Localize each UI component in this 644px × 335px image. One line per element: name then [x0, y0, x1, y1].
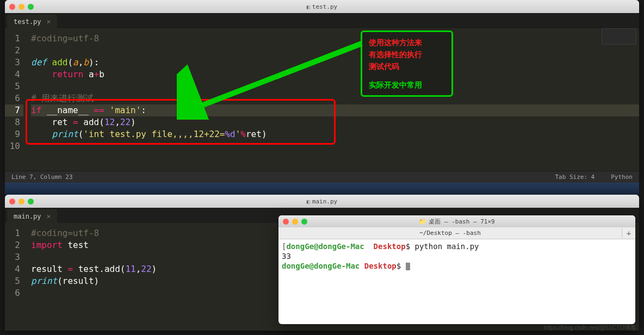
window-title: test.py — [312, 3, 337, 10]
terminal-body[interactable]: [dongGe@dongGe-Mac Desktop$ python main.… — [278, 239, 635, 273]
language-mode[interactable]: Python — [611, 173, 633, 181]
status-bar: Line 7, Column 23 Tab Size: 4 Python — [5, 171, 639, 183]
terminal-tab[interactable]: ~/Desktop — -bash — [278, 228, 622, 238]
terminal-title: 桌面 — -bash — 71×9 — [429, 218, 494, 226]
code-area[interactable]: 12345678910 #coding=utf-8 def add(a,b): … — [5, 28, 639, 171]
desktop-background — [5, 183, 639, 195]
watermark: https://blog.csdn.net/@51CTO博客 — [544, 324, 636, 332]
tab-size[interactable]: Tab Size: 4 — [555, 173, 595, 181]
minimize-icon[interactable] — [18, 198, 24, 204]
minimap[interactable] — [602, 28, 636, 45]
tab-test-py[interactable]: test.py × — [7, 15, 57, 28]
close-icon[interactable] — [9, 4, 15, 10]
titlebar[interactable]: ◧ test.py — [5, 0, 639, 13]
line-gutter: 123456 — [5, 223, 28, 330]
code-content[interactable]: #coding=utf-8 def add(a,b): return a+b #… — [28, 28, 639, 171]
maximize-icon[interactable] — [301, 219, 307, 225]
callout-line: 使用这种方法来 — [369, 36, 445, 48]
editor-window-test: ◧ test.py test.py × 12345678910 #coding=… — [5, 0, 639, 183]
annotation-callout: 使用这种方法来 有选择性的执行 测试代码 实际开发中常用 — [361, 30, 453, 97]
doc-icon: ◧ — [307, 4, 310, 10]
line-gutter: 12345678910 — [5, 28, 28, 171]
minimize-icon[interactable] — [292, 219, 298, 225]
callout-line: 实际开发中常用 — [369, 79, 445, 91]
tab-label: main.py — [14, 213, 41, 220]
close-icon[interactable] — [283, 219, 289, 225]
callout-line: 测试代码 — [369, 60, 445, 72]
minimize-icon[interactable] — [18, 4, 24, 10]
folder-icon: 📁 — [419, 218, 426, 225]
close-icon[interactable]: × — [47, 212, 51, 220]
maximize-icon[interactable] — [28, 4, 34, 10]
tab-bar: test.py × — [5, 13, 639, 28]
titlebar[interactable]: 📁 桌面 — -bash — 71×9 — [278, 215, 635, 227]
doc-icon: ◧ — [307, 198, 310, 204]
titlebar[interactable]: ◧ main.py — [5, 195, 639, 208]
close-icon[interactable]: × — [47, 17, 51, 26]
close-icon[interactable] — [9, 198, 15, 204]
tab-label: test.py — [14, 18, 41, 26]
tab-main-py[interactable]: main.py × — [7, 209, 57, 223]
terminal-tabbar: ~/Desktop — -bash + — [278, 227, 635, 239]
callout-line: 有选择性的执行 — [369, 48, 445, 60]
cursor-position: Line 7, Column 23 — [11, 173, 73, 181]
terminal-window: 📁 桌面 — -bash — 71×9 ~/Desktop — -bash + … — [278, 215, 635, 324]
window-title: main.py — [312, 198, 337, 205]
new-tab-button[interactable]: + — [622, 229, 635, 238]
maximize-icon[interactable] — [28, 198, 34, 204]
